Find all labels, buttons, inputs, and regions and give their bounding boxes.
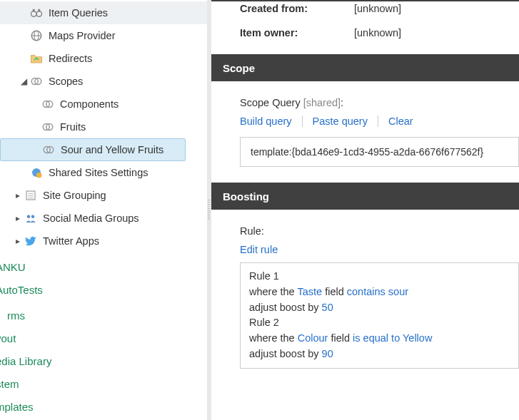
- tree-components[interactable]: Components: [0, 93, 207, 116]
- tree-label: Social Media Groups: [43, 212, 139, 224]
- root-rms[interactable]: ▸rms: [0, 304, 207, 327]
- scope-query-field[interactable]: template:{bda146e9-1cd3-4955-a2da-6676f6…: [240, 137, 519, 167]
- tree-label: Components: [60, 98, 119, 110]
- rule-title: Rule 2: [249, 315, 510, 331]
- tree-twitter-apps[interactable]: ▸ Twitter Apps: [0, 230, 207, 252]
- rule-action: adjust boost by 90: [249, 347, 510, 362]
- svg-point-16: [36, 173, 42, 178]
- paste-query-link[interactable]: Paste query: [303, 116, 378, 127]
- root-label: edia Library: [0, 355, 51, 367]
- root-label: yout: [0, 332, 16, 344]
- caret-right-icon[interactable]: ▸: [13, 190, 23, 200]
- scope-query-label: Scope Query [shared]:: [240, 97, 519, 108]
- shared-indicator: [shared]: [303, 97, 341, 108]
- rings-icon: [40, 119, 56, 135]
- tree-scopes[interactable]: ◢ Scopes: [0, 70, 207, 93]
- item-owner-label: Item owner:: [240, 27, 326, 39]
- root-mplates[interactable]: mplates: [0, 395, 207, 418]
- root-label: stem: [0, 378, 19, 390]
- folder-redirect-icon: [29, 51, 44, 66]
- rule-label: Rule:: [240, 225, 519, 237]
- tree-social-media[interactable]: ▸ Social Media Groups: [0, 207, 207, 230]
- svg-point-22: [31, 215, 35, 219]
- edit-rule-link[interactable]: Edit rule: [240, 244, 288, 255]
- root-autotests[interactable]: AutoTests: [0, 278, 207, 301]
- gear-globe-icon: [29, 165, 44, 180]
- rule-condition: where the Colour field is equal to Yello…: [249, 331, 510, 347]
- rules-box[interactable]: Rule 1 where the Taste field contains so…: [240, 262, 519, 369]
- rings-icon: [40, 96, 56, 112]
- clear-query-link[interactable]: Clear: [378, 116, 423, 127]
- root-label: AutoTests: [0, 284, 43, 296]
- section-title: Boosting: [223, 190, 269, 203]
- rings-icon: [29, 73, 44, 89]
- tree-label: Fruits: [60, 121, 86, 133]
- rings-icon: [41, 142, 56, 158]
- scope-query-value: template:{bda146e9-1cd3-4955-a2da-6676f6…: [251, 146, 483, 158]
- tree-sidebar: Item Queries Maps Provider Redirects ◢: [0, 0, 207, 420]
- users-icon: [23, 210, 39, 226]
- tree-site-grouping[interactable]: ▸ Site Grouping: [0, 184, 207, 207]
- section-boosting-header[interactable]: Boosting: [211, 183, 519, 210]
- caret-down-icon[interactable]: ◢: [19, 76, 29, 86]
- twitter-icon: [23, 233, 39, 249]
- svg-rect-3: [38, 9, 40, 12]
- created-from-label: Created from:: [240, 3, 326, 14]
- tree-shared-sites[interactable]: Shared Sites Settings: [0, 161, 207, 184]
- tree-label: Twitter Apps: [43, 235, 99, 247]
- svg-point-1: [36, 11, 42, 17]
- svg-rect-17: [26, 191, 35, 200]
- tree-item-queries[interactable]: Item Queries: [0, 1, 207, 24]
- tree-redirects[interactable]: Redirects: [0, 47, 207, 70]
- list-icon: [23, 188, 39, 203]
- tree-maps-provider[interactable]: Maps Provider: [0, 24, 207, 47]
- tree-sour-yellow-fruits[interactable]: Sour and Yellow Fruits: [0, 138, 186, 161]
- root-edia[interactable]: edia Library: [0, 349, 207, 372]
- svg-point-21: [27, 215, 31, 219]
- caret-right-icon[interactable]: ▸: [13, 213, 23, 223]
- main-panel: Created from: [unknown] Item owner: [unk…: [211, 0, 519, 420]
- item-owner-value: [unknown]: [354, 27, 401, 39]
- tree-label: Shared Sites Settings: [49, 167, 148, 178]
- rule-title: Rule 1: [249, 269, 510, 285]
- tree-label: Item Queries: [49, 7, 108, 19]
- root-yout[interactable]: yout: [0, 327, 207, 349]
- root-anku[interactable]: ANKU: [0, 255, 207, 278]
- caret-right-icon[interactable]: ▸: [13, 236, 23, 246]
- binoculars-icon: [29, 5, 44, 21]
- build-query-link[interactable]: Build query: [240, 116, 302, 127]
- rule-action: adjust boost by 50: [249, 300, 510, 316]
- tree-label: Site Grouping: [43, 190, 106, 201]
- root-label: mplates: [0, 401, 34, 413]
- root-label: ANKU: [0, 261, 26, 273]
- rule-condition: where the Taste field contains sour: [249, 285, 510, 300]
- root-stem[interactable]: stem: [0, 372, 207, 395]
- svg-rect-2: [33, 9, 35, 12]
- tree-fruits[interactable]: Fruits: [0, 116, 207, 138]
- tree-label: Scopes: [49, 76, 83, 87]
- section-title: Scope: [223, 62, 255, 74]
- globe-icon: [29, 28, 44, 43]
- tree-label: Sour and Yellow Fruits: [61, 144, 163, 155]
- tree-label: Maps Provider: [49, 30, 115, 41]
- root-label: rms: [7, 309, 25, 322]
- svg-point-0: [31, 11, 37, 17]
- section-scope-header[interactable]: Scope: [211, 54, 519, 81]
- created-from-value: [unknown]: [354, 3, 401, 14]
- tree-label: Redirects: [49, 53, 92, 64]
